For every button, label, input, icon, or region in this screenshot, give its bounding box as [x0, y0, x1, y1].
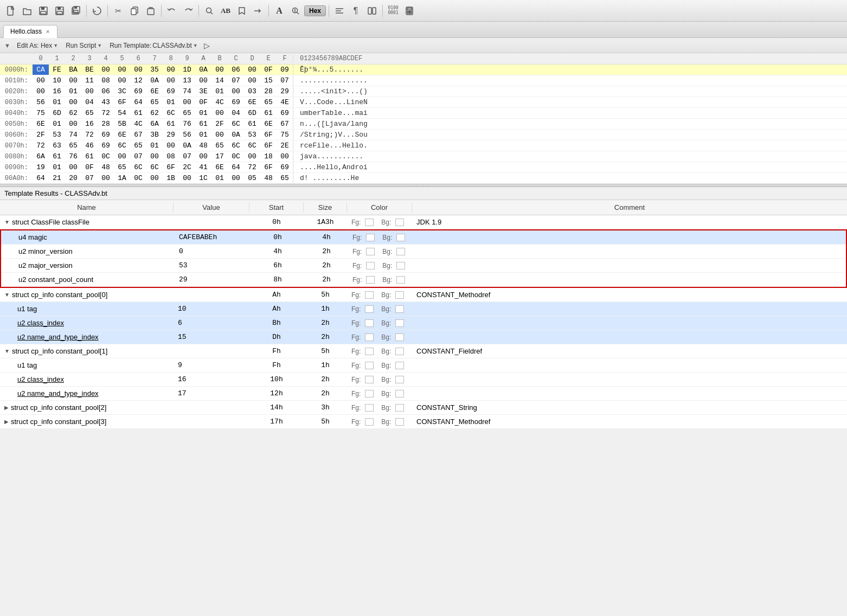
bg-swatch[interactable] — [396, 234, 405, 241]
hex-byte-r3c2[interactable]: 00 — [65, 97, 81, 107]
hex-byte-r7c9[interactable]: 0A — [179, 140, 195, 151]
hex-byte-r4c8[interactable]: 6C — [163, 108, 179, 118]
hex-byte-r3c4[interactable]: 43 — [98, 97, 114, 107]
hex-byte-r10c2[interactable]: 20 — [65, 173, 81, 183]
fg-swatch[interactable] — [365, 390, 374, 397]
hex-byte-r2c5[interactable]: 3C — [114, 86, 130, 97]
template-row-u2-major[interactable]: u2 major_version536h2hFg:Bg: — [1, 259, 846, 273]
hex-byte-r6c10[interactable]: 01 — [195, 130, 211, 140]
hex-byte-r1c0[interactable]: 00 — [33, 75, 49, 86]
hex-byte-r5c3[interactable]: 16 — [81, 119, 98, 129]
hex-byte-r7c8[interactable]: 00 — [163, 140, 179, 151]
redo-button[interactable] — [181, 3, 196, 18]
template-row-u4-magic[interactable]: u4 magicCAFEBABEh0h4hFg:Bg: — [1, 230, 846, 245]
hex-byte-r1c6[interactable]: 12 — [130, 75, 146, 86]
hex-byte-r10c11[interactable]: 01 — [211, 173, 228, 183]
hex-byte-r10c14[interactable]: 48 — [260, 173, 277, 183]
hex-byte-r8c14[interactable]: 18 — [260, 151, 277, 162]
inspector-button[interactable] — [288, 3, 303, 18]
hex-byte-r4c12[interactable]: 04 — [228, 108, 244, 118]
fg-swatch[interactable] — [365, 376, 374, 383]
hex-byte-r9c13[interactable]: 72 — [244, 162, 260, 172]
tree-arrow-cp-info-0-struct[interactable]: ▼ — [4, 292, 10, 298]
hex-byte-r3c12[interactable]: 69 — [228, 97, 244, 107]
hex-byte-r3c14[interactable]: 65 — [260, 97, 277, 107]
hex-byte-r2c1[interactable]: 16 — [49, 86, 65, 97]
template-row-u2-class-index-0[interactable]: u2 class_index6Bh2hFg:Bg: — [0, 316, 847, 330]
hex-byte-r0c7[interactable]: 35 — [146, 65, 163, 75]
hex-byte-r7c5[interactable]: 6C — [114, 140, 130, 151]
save-as-button[interactable]: + — [52, 3, 67, 18]
bg-swatch[interactable] — [395, 376, 404, 383]
hex-byte-r9c4[interactable]: 48 — [98, 162, 114, 172]
hex-byte-r9c3[interactable]: 0F — [81, 162, 98, 172]
bg-swatch[interactable] — [395, 404, 404, 412]
hex-byte-r2c2[interactable]: 01 — [65, 86, 81, 97]
hex-byte-r5c10[interactable]: 61 — [195, 119, 211, 129]
fg-swatch[interactable] — [366, 262, 375, 270]
font-size-button[interactable]: A — [272, 3, 287, 18]
hex-byte-r1c4[interactable]: 08 — [98, 75, 114, 86]
fg-swatch[interactable] — [365, 291, 374, 299]
hex-byte-r2c8[interactable]: 69 — [163, 86, 179, 97]
hex-byte-r8c1[interactable]: 61 — [49, 151, 65, 162]
hex-byte-r8c5[interactable]: 00 — [114, 151, 130, 162]
hex-byte-r0c11[interactable]: 00 — [211, 65, 228, 75]
hex-byte-r9c1[interactable]: 01 — [49, 162, 65, 172]
hex-byte-r4c7[interactable]: 62 — [146, 108, 163, 118]
hex-byte-r1c15[interactable]: 07 — [277, 75, 293, 86]
hex-byte-r0c2[interactable]: BA — [65, 65, 81, 75]
edit-as-dropdown[interactable]: Edit As: Hex ▼ — [14, 41, 61, 50]
hex-byte-r6c3[interactable]: 72 — [81, 130, 98, 140]
hex-byte-r0c0[interactable]: CA — [33, 65, 49, 75]
bg-swatch[interactable] — [396, 276, 405, 284]
hex-byte-r4c2[interactable]: 62 — [65, 108, 81, 118]
hex-byte-r2c12[interactable]: 00 — [228, 86, 244, 97]
hex-byte-r5c11[interactable]: 2F — [211, 119, 228, 129]
fg-swatch[interactable] — [365, 219, 374, 226]
hex-byte-r10c12[interactable]: 00 — [228, 173, 244, 183]
hex-byte-r8c7[interactable]: 00 — [146, 151, 163, 162]
hex-byte-r5c5[interactable]: 5B — [114, 119, 130, 129]
hex-byte-r0c1[interactable]: FE — [49, 65, 65, 75]
hex-byte-r3c13[interactable]: 6E — [244, 97, 260, 107]
hex-byte-r8c10[interactable]: 00 — [195, 151, 211, 162]
hex-byte-r5c15[interactable]: 67 — [277, 119, 293, 129]
tab-close-button[interactable]: × — [45, 28, 50, 35]
hex-byte-r6c7[interactable]: 3B — [146, 130, 163, 140]
hex-byte-r10c5[interactable]: 1A — [114, 173, 130, 183]
hex-byte-r6c1[interactable]: 53 — [49, 130, 65, 140]
hex-byte-r0c6[interactable]: 00 — [130, 65, 146, 75]
hex-byte-r2c6[interactable]: 69 — [130, 86, 146, 97]
hex-byte-r4c14[interactable]: 61 — [260, 108, 277, 118]
hex-byte-r0c3[interactable]: BE — [81, 65, 98, 75]
hex-byte-r8c4[interactable]: 0C — [98, 151, 114, 162]
hex-byte-r10c4[interactable]: 00 — [98, 173, 114, 183]
hex-byte-r9c8[interactable]: 6F — [163, 162, 179, 172]
hex-byte-r2c9[interactable]: 74 — [179, 86, 195, 97]
hex-byte-r5c9[interactable]: 76 — [179, 119, 195, 129]
hex-byte-r9c6[interactable]: 6C — [130, 162, 146, 172]
bg-swatch[interactable] — [395, 219, 404, 226]
hex-byte-r4c11[interactable]: 00 — [211, 108, 228, 118]
template-row-u2-name-type-1[interactable]: u2 name_and_type_index1712h2hFg:Bg: — [0, 387, 847, 401]
hex-byte-r6c12[interactable]: 0A — [228, 130, 244, 140]
fg-swatch[interactable] — [365, 362, 374, 369]
template-row-u2-minor[interactable]: u2 minor_version04h2hFg:Bg: — [1, 245, 846, 259]
hex-byte-r6c13[interactable]: 53 — [244, 130, 260, 140]
paragraph-button[interactable]: ¶ — [348, 3, 363, 18]
run-play-button[interactable]: ▷ — [202, 41, 212, 50]
goto-button[interactable] — [251, 3, 266, 18]
hex-byte-r7c0[interactable]: 72 — [33, 140, 49, 151]
hex-byte-r1c13[interactable]: 00 — [244, 75, 260, 86]
hex-byte-r1c5[interactable]: 00 — [114, 75, 130, 86]
hex-byte-r1c11[interactable]: 14 — [211, 75, 228, 86]
hex-byte-r7c11[interactable]: 65 — [211, 140, 228, 151]
hex-byte-r1c10[interactable]: 00 — [195, 75, 211, 86]
fg-swatch[interactable] — [366, 234, 375, 241]
hex-byte-r9c2[interactable]: 00 — [65, 162, 81, 172]
hex-byte-r1c12[interactable]: 07 — [228, 75, 244, 86]
hex-byte-r6c8[interactable]: 29 — [163, 130, 179, 140]
hex-byte-r3c3[interactable]: 04 — [81, 97, 98, 107]
hex-byte-r0c12[interactable]: 06 — [228, 65, 244, 75]
